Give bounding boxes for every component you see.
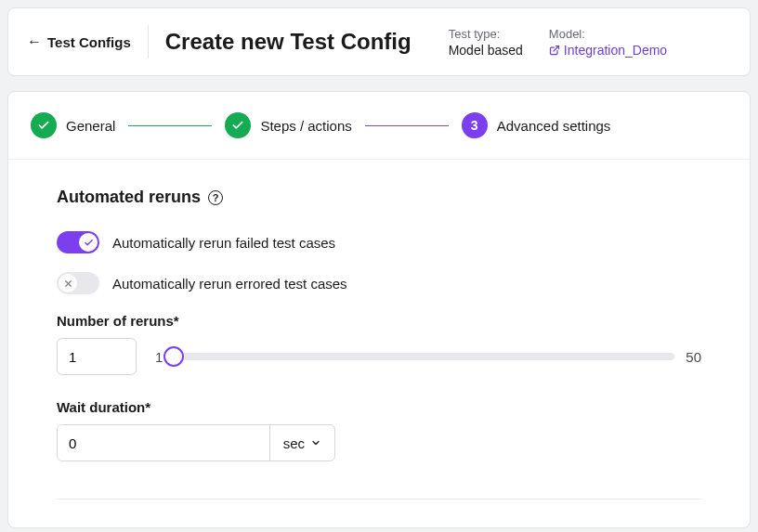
header-separator [148,25,149,58]
model-label: Model: [549,27,667,41]
section-title-text: Automated reruns [57,188,201,207]
reruns-label: Number of reruns* [57,313,701,329]
toggle-rerun-failed-label: Automatically rerun failed test cases [112,235,335,251]
model-link[interactable]: Integration_Demo [549,43,667,58]
slider-min-label: 1 [155,349,163,365]
step-number-icon: 3 [462,112,488,138]
page-title: Create new Test Config [165,29,412,55]
x-icon [63,279,73,289]
test-type-value: Model based [449,43,523,58]
check-icon [31,112,57,138]
model-value: Integration_Demo [564,43,667,58]
reruns-slider[interactable] [174,353,674,360]
arrow-left-icon: ← [27,34,42,49]
step-connector [128,125,212,126]
step-steps-actions-label: Steps / actions [260,118,351,134]
toggle-rerun-errored[interactable] [57,272,99,294]
divider [57,499,701,500]
wait-duration-label: Wait duration* [57,399,701,415]
svg-line-0 [554,45,559,51]
stepper: General Steps / actions 3 Advanced setti… [8,92,750,160]
slider-max-label: 50 [686,349,701,365]
toggle-rerun-failed[interactable] [57,231,99,253]
check-icon [84,238,94,248]
help-icon[interactable]: ? [208,190,223,205]
step-advanced-settings-label: Advanced settings [497,118,611,134]
wait-unit-select[interactable]: sec [269,425,334,461]
reruns-input[interactable] [57,338,137,375]
wait-unit-value: sec [283,435,305,451]
section-title: Automated reruns ? [57,188,223,207]
test-type-label: Test type: [449,27,523,41]
toggle-rerun-errored-label: Automatically rerun errored test cases [112,276,347,292]
step-connector [365,125,449,126]
step-general-label: General [66,118,115,134]
step-general[interactable]: General [31,112,115,138]
external-link-icon [549,45,560,56]
back-link-label: Test Configs [47,34,131,50]
step-steps-actions[interactable]: Steps / actions [225,112,351,138]
step-advanced-settings[interactable]: 3 Advanced settings [462,112,611,138]
wait-duration-input[interactable] [58,425,269,461]
check-icon [225,112,251,138]
back-link[interactable]: ← Test Configs [27,34,131,50]
slider-thumb[interactable] [163,346,184,367]
chevron-down-icon [310,437,321,448]
